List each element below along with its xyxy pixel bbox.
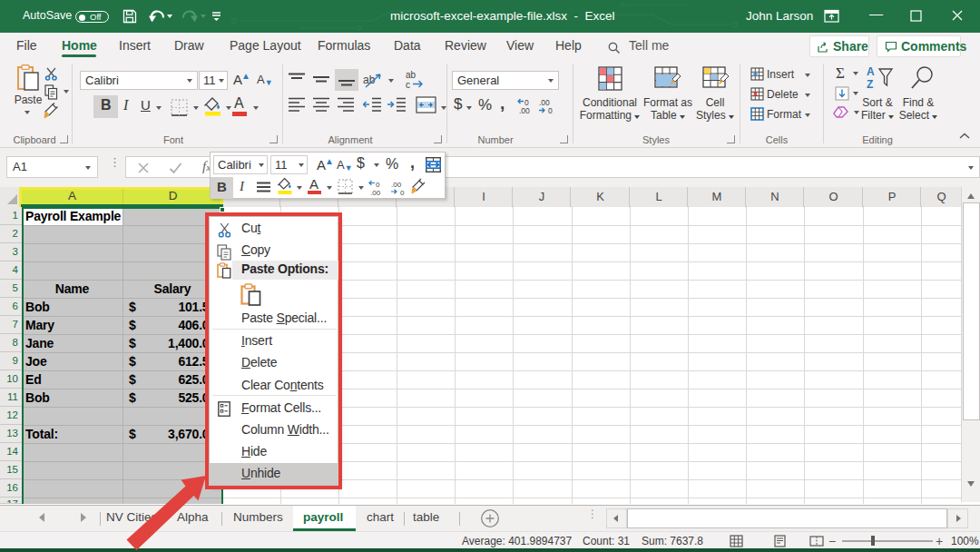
svg-text:c: c xyxy=(406,80,410,90)
svg-text:Z: Z xyxy=(867,78,873,91)
svg-text:.00: .00 xyxy=(519,106,530,115)
svg-text:A: A xyxy=(867,65,875,78)
svg-text:ab: ab xyxy=(406,70,416,80)
svg-text:0: 0 xyxy=(548,106,553,115)
svg-text:.00: .00 xyxy=(370,189,381,197)
svg-text:0: 0 xyxy=(400,189,405,197)
